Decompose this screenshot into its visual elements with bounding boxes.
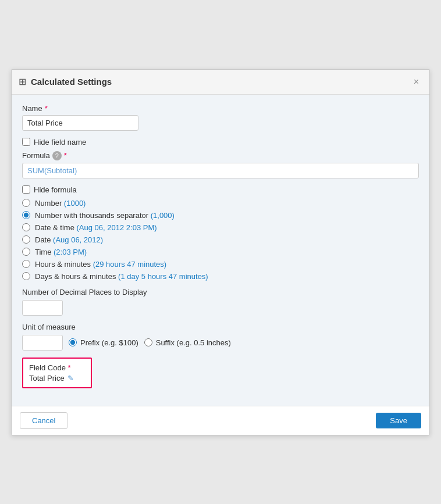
radio-days-label[interactable]: Days & hours & minutes (1 day 5 hours 47…	[35, 272, 208, 281]
radio-prefix-label[interactable]: Prefix (e.g. $100)	[80, 338, 138, 347]
formula-group: Formula ? *	[22, 151, 419, 178]
name-group: Name *	[22, 104, 419, 131]
save-button[interactable]: Save	[376, 413, 421, 428]
radio-row-days: Days & hours & minutes (1 day 5 hours 47…	[22, 272, 419, 281]
decimal-label: Number of Decimal Places to Display	[22, 288, 419, 296]
radio-days[interactable]	[22, 272, 30, 280]
name-required: *	[45, 104, 48, 113]
radio-hours-label[interactable]: Hours & minutes (29 hours 47 minutes)	[35, 260, 166, 269]
radio-row-thousands: Number with thousands separator (1,000)	[22, 211, 419, 220]
decimal-group: Number of Decimal Places to Display	[22, 288, 419, 316]
field-code-value-row: Total Price ✎	[29, 374, 85, 383]
unit-input[interactable]	[22, 335, 63, 351]
radio-time-label[interactable]: Time (2:03 PM)	[35, 248, 87, 256]
radio-thousands[interactable]	[22, 211, 30, 219]
formula-label-row: Formula ? *	[22, 151, 419, 160]
radio-number[interactable]	[22, 199, 30, 207]
dialog-title: Calculated Settings	[31, 77, 112, 87]
radio-number-label[interactable]: Number (1000)	[35, 199, 86, 208]
radio-hours[interactable]	[22, 260, 30, 268]
radio-prefix[interactable]	[69, 338, 77, 346]
field-code-box: Field Code * Total Price ✎	[22, 358, 92, 388]
calculated-settings-dialog: ⊞ Calculated Settings × Name * Hide fiel…	[11, 69, 430, 435]
hide-formula-checkbox[interactable]	[22, 185, 30, 194]
unit-label: Unit of measure	[22, 323, 419, 331]
name-label-text: Name	[22, 104, 42, 113]
unit-group: Unit of measure Prefix (e.g. $100) Suffi…	[22, 323, 419, 351]
hide-field-name-checkbox[interactable]	[22, 138, 30, 146]
format-radio-group: Number (1000) Number with thousands sepa…	[22, 199, 419, 281]
suffix-radio-row: Suffix (e.g. 0.5 inches)	[144, 338, 231, 347]
radio-thousands-label[interactable]: Number with thousands separator (1,000)	[35, 211, 175, 220]
grid-icon: ⊞	[19, 76, 26, 87]
dialog-header: ⊞ Calculated Settings ×	[12, 70, 429, 95]
hide-field-name-label[interactable]: Hide field name	[34, 138, 86, 146]
radio-time[interactable]	[22, 248, 30, 256]
radio-suffix-label[interactable]: Suffix (e.g. 0.5 inches)	[156, 338, 231, 347]
dialog-title-area: ⊞ Calculated Settings	[19, 76, 112, 87]
decimal-input[interactable]	[22, 300, 63, 316]
close-button[interactable]: ×	[411, 76, 421, 88]
radio-date[interactable]	[22, 235, 30, 244]
formula-help-icon[interactable]: ?	[52, 151, 62, 160]
field-code-edit-icon[interactable]: ✎	[67, 374, 74, 383]
field-code-value-text: Total Price	[29, 374, 65, 383]
cancel-button[interactable]: Cancel	[20, 412, 67, 429]
radio-row-number: Number (1000)	[22, 199, 419, 208]
dialog-body: Name * Hide field name Formula ? * Hide …	[12, 95, 429, 406]
name-label: Name *	[22, 104, 419, 113]
radio-datetime-label[interactable]: Date & time (Aug 06, 2012 2:03 PM)	[35, 223, 157, 232]
radio-datetime[interactable]	[22, 223, 30, 231]
formula-label-text: Formula	[22, 151, 50, 160]
hide-formula-row: Hide formula	[22, 185, 419, 194]
radio-row-time: Time (2:03 PM)	[22, 248, 419, 256]
hide-formula-label[interactable]: Hide formula	[34, 185, 77, 194]
formula-required: *	[64, 151, 67, 160]
field-code-required: *	[68, 363, 71, 372]
hide-field-name-row: Hide field name	[22, 138, 419, 146]
unit-row: Prefix (e.g. $100) Suffix (e.g. 0.5 inch…	[22, 335, 419, 351]
radio-row-hours: Hours & minutes (29 hours 47 minutes)	[22, 260, 419, 269]
radio-row-datetime: Date & time (Aug 06, 2012 2:03 PM)	[22, 223, 419, 232]
radio-date-label[interactable]: Date (Aug 06, 2012)	[35, 235, 103, 244]
field-code-label-row: Field Code *	[29, 363, 85, 372]
formula-input[interactable]	[22, 163, 419, 178]
radio-suffix[interactable]	[144, 338, 152, 346]
dialog-footer: Cancel Save	[12, 406, 429, 435]
name-input[interactable]	[22, 115, 138, 131]
radio-row-date: Date (Aug 06, 2012)	[22, 235, 419, 244]
prefix-radio-row: Prefix (e.g. $100)	[69, 338, 138, 347]
field-code-label-text: Field Code	[29, 363, 66, 372]
